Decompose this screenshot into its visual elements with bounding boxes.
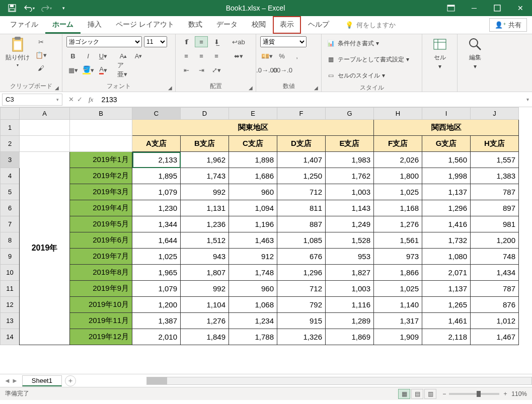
data-cell[interactable]: 912 xyxy=(229,249,277,265)
data-cell[interactable]: 1,234 xyxy=(229,313,277,329)
normal-view-button[interactable]: ▦ xyxy=(398,389,410,399)
column-header-A[interactable]: A xyxy=(20,108,70,120)
row-header-6[interactable]: 6 xyxy=(1,200,20,216)
fx-icon[interactable]: fx xyxy=(89,96,97,104)
align-right-button[interactable]: ≡ xyxy=(210,50,223,61)
data-cell[interactable]: 1,560 xyxy=(422,152,471,168)
data-cell[interactable]: 748 xyxy=(471,249,519,265)
data-cell[interactable]: 992 xyxy=(181,281,229,297)
tab-help[interactable]: ヘルプ xyxy=(301,16,336,34)
font-size-select[interactable]: 11 xyxy=(144,36,167,47)
data-cell[interactable]: 1,131 xyxy=(181,200,229,216)
data-cell[interactable]: 787 xyxy=(471,184,519,200)
data-cell[interactable]: 1,104 xyxy=(181,297,229,313)
data-cell[interactable]: 876 xyxy=(471,297,519,313)
data-cell[interactable]: 1,762 xyxy=(326,168,374,184)
comma-button[interactable]: , xyxy=(290,50,303,61)
data-cell[interactable]: 1,895 xyxy=(132,168,181,184)
data-cell[interactable]: 1,249 xyxy=(326,216,374,232)
column-header-G[interactable]: G xyxy=(326,108,374,120)
row-header-4[interactable]: 4 xyxy=(1,168,20,184)
row-header-10[interactable]: 10 xyxy=(1,265,20,281)
data-cell[interactable]: 1,236 xyxy=(181,216,229,232)
page-break-view-button[interactable]: ▥ xyxy=(424,389,436,399)
data-cell[interactable]: 1,748 xyxy=(229,265,277,281)
data-cell[interactable]: 960 xyxy=(229,184,277,200)
row-header-9[interactable]: 9 xyxy=(1,249,20,265)
name-box[interactable]: C3▾ xyxy=(2,94,62,106)
alignment-launcher[interactable]: ◢ xyxy=(249,85,253,91)
copy-button[interactable]: 📋▾ xyxy=(34,49,47,60)
data-cell[interactable]: 1,407 xyxy=(277,152,326,168)
enter-formula-button[interactable]: ✓ xyxy=(77,96,83,103)
number-launcher[interactable]: ◢ xyxy=(314,85,318,91)
paste-button[interactable]: 貼り付け▾ xyxy=(4,36,31,67)
data-cell[interactable]: 1,461 xyxy=(422,313,471,329)
data-cell[interactable]: 1,983 xyxy=(326,152,374,168)
data-cell[interactable]: 960 xyxy=(229,281,277,297)
fill-color-button[interactable]: 🪣▾ xyxy=(82,64,95,75)
clipboard-launcher[interactable]: ◢ xyxy=(55,85,59,91)
row-header-2[interactable]: 2 xyxy=(1,136,20,152)
sheet-tab-sheet1[interactable]: Sheet1 xyxy=(22,375,62,386)
tab-view[interactable]: 表示 xyxy=(273,16,301,34)
row-header-7[interactable]: 7 xyxy=(1,216,20,232)
orientation-button[interactable]: ⤢▾ xyxy=(210,64,223,75)
data-cell[interactable]: 1,003 xyxy=(326,281,374,297)
data-cell[interactable]: 1,866 xyxy=(374,265,422,281)
column-header-B[interactable]: B xyxy=(70,108,132,120)
row-header-14[interactable]: 14 xyxy=(1,329,20,345)
cells-button[interactable]: セル▾ xyxy=(426,36,453,70)
data-cell[interactable]: 1,140 xyxy=(374,297,422,313)
close-button[interactable]: ✕ xyxy=(509,0,532,16)
data-cell[interactable]: 1,080 xyxy=(422,249,471,265)
scroll-tabs-left[interactable]: ◄ xyxy=(4,377,11,384)
data-cell[interactable]: 1,909 xyxy=(374,329,422,345)
align-middle-button[interactable]: ≡ xyxy=(195,36,208,47)
data-cell[interactable]: 2,118 xyxy=(422,329,471,345)
data-cell[interactable]: 1,807 xyxy=(181,265,229,281)
borders-button[interactable]: ▦▾ xyxy=(66,64,80,75)
conditional-formatting-button[interactable]: 📊条件付き書式 ▾ xyxy=(326,36,409,50)
data-cell[interactable]: 1,387 xyxy=(132,313,181,329)
data-cell[interactable]: 1,827 xyxy=(326,265,374,281)
data-cell[interactable]: 1,965 xyxy=(132,265,181,281)
data-cell[interactable]: 1,137 xyxy=(422,281,471,297)
data-cell[interactable]: 712 xyxy=(277,281,326,297)
data-cell[interactable]: 915 xyxy=(277,313,326,329)
data-cell[interactable]: 1,296 xyxy=(277,265,326,281)
data-cell[interactable]: 973 xyxy=(374,249,422,265)
font-name-select[interactable]: 游ゴシック xyxy=(66,36,142,47)
data-cell[interactable]: 1,644 xyxy=(132,232,181,249)
tab-review[interactable]: 校閲 xyxy=(245,16,273,34)
italic-button[interactable]: I xyxy=(82,50,95,61)
tab-insert[interactable]: 挿入 xyxy=(81,16,109,34)
data-cell[interactable]: 1,561 xyxy=(374,232,422,249)
data-cell[interactable]: 1,085 xyxy=(277,232,326,249)
column-header-F[interactable]: F xyxy=(277,108,326,120)
data-cell[interactable]: 1,512 xyxy=(181,232,229,249)
data-cell[interactable]: 1,998 xyxy=(422,168,471,184)
expand-formula-bar[interactable]: ▾ xyxy=(523,97,532,102)
zoom-level[interactable]: 110% xyxy=(511,390,527,397)
data-cell[interactable]: 953 xyxy=(326,249,374,265)
editing-button[interactable]: 編集▾ xyxy=(462,36,489,70)
zoom-out-button[interactable]: − xyxy=(442,390,446,397)
column-header-H[interactable]: H xyxy=(374,108,422,120)
decrease-decimal-button[interactable]: .00→.0 xyxy=(275,64,288,75)
data-cell[interactable]: 1,200 xyxy=(471,232,519,249)
row-header-8[interactable]: 8 xyxy=(1,232,20,249)
column-header-J[interactable]: J xyxy=(471,108,519,120)
ribbon-options-button[interactable] xyxy=(439,0,463,16)
data-cell[interactable]: 1,344 xyxy=(132,216,181,232)
column-header-D[interactable]: D xyxy=(181,108,229,120)
data-cell[interactable]: 1,025 xyxy=(374,281,422,297)
data-cell[interactable]: 1,068 xyxy=(229,297,277,313)
data-cell[interactable]: 2,133 xyxy=(132,152,181,168)
percent-button[interactable]: % xyxy=(275,50,288,61)
formula-input[interactable] xyxy=(97,94,523,106)
format-painter-button[interactable]: 🖌 xyxy=(34,62,47,73)
decrease-font-button[interactable]: A▾ xyxy=(132,50,145,61)
data-cell[interactable]: 1,012 xyxy=(471,313,519,329)
data-cell[interactable]: 1,800 xyxy=(374,168,422,184)
